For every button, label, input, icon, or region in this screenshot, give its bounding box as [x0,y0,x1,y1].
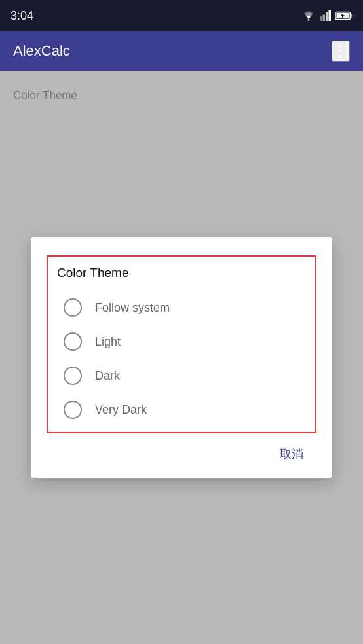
radio-item-light[interactable]: Light [64,325,299,359]
signal-icon [320,10,332,21]
app-bar-title: AlexCalc [13,43,70,60]
svg-rect-6 [350,14,352,18]
color-theme-dialog: Color Theme Follow system Light Dark [31,237,332,478]
svg-point-0 [308,19,310,21]
radio-label-light: Light [95,335,121,349]
radio-circle-dark [64,367,82,385]
radio-option-list: Follow system Light Dark Very Dark [57,291,306,427]
radio-label-dark: Dark [95,369,120,383]
dialog-bordered-section: Color Theme Follow system Light Dark [47,255,316,433]
cancel-button[interactable]: 取消 [272,441,311,467]
wifi-icon [301,10,316,21]
status-icons [301,10,353,21]
dialog-title: Color Theme [57,266,306,280]
radio-item-follow-system[interactable]: Follow system [64,291,299,325]
dialog-overlay: Color Theme Follow system Light Dark [0,71,363,644]
svg-rect-2 [323,14,326,21]
radio-item-very-dark[interactable]: Very Dark [64,393,299,427]
radio-circle-follow-system [64,298,82,317]
radio-circle-light [64,332,82,351]
svg-rect-1 [320,16,322,21]
status-bar: 3:04 [0,0,363,31]
radio-label-follow-system: Follow system [95,301,170,315]
battery-icon [335,10,353,21]
app-bar-menu-button[interactable]: ⋮ [332,41,350,62]
radio-label-very-dark: Very Dark [95,403,147,417]
status-time: 3:04 [10,9,33,23]
svg-rect-3 [326,12,328,21]
radio-circle-very-dark [64,401,82,419]
app-bar: AlexCalc ⋮ [0,31,363,71]
radio-item-dark[interactable]: Dark [64,359,299,393]
svg-rect-4 [328,10,331,21]
dialog-actions: 取消 [47,433,316,470]
